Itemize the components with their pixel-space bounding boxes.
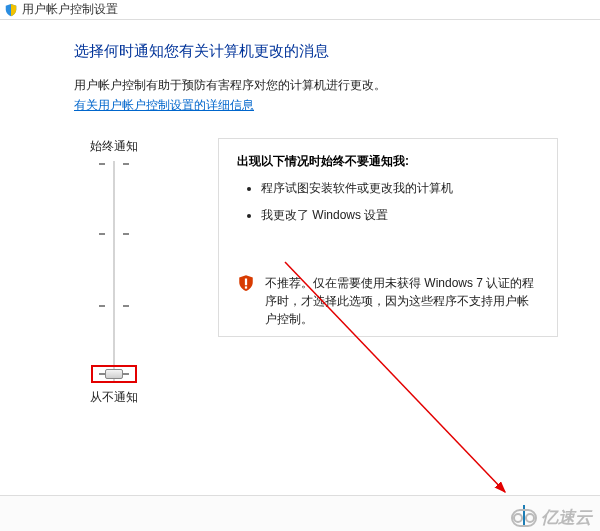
title-bar: 用户帐户控制设置 [0, 0, 600, 20]
list-item: 程序试图安装软件或更改我的计算机 [261, 180, 539, 197]
page-description: 用户帐户控制有助于预防有害程序对您的计算机进行更改。 [74, 77, 600, 94]
help-link[interactable]: 有关用户帐户控制设置的详细信息 [74, 98, 254, 112]
watermark: 亿速云 [511, 506, 592, 529]
info-title: 出现以下情况时始终不要通知我: [237, 153, 539, 170]
info-list: 程序试图安装软件或更改我的计算机 我更改了 Windows 设置 [245, 180, 539, 224]
watermark-text: 亿速云 [541, 506, 592, 529]
slider-label-always: 始终通知 [74, 138, 154, 155]
shield-icon [4, 3, 18, 17]
list-item: 我更改了 Windows 设置 [261, 207, 539, 224]
shield-warning-icon [237, 274, 255, 292]
uac-slider[interactable] [109, 161, 119, 381]
svg-rect-0 [245, 279, 247, 286]
footer-bar [0, 495, 600, 531]
slider-label-never: 从不通知 [74, 389, 154, 406]
window-title: 用户帐户控制设置 [22, 1, 118, 18]
warning-text: 不推荐。仅在需要使用未获得 Windows 7 认证的程序时，才选择此选项，因为… [265, 274, 535, 328]
page-title: 选择何时通知您有关计算机更改的消息 [74, 42, 600, 61]
svg-rect-1 [245, 286, 247, 288]
content-area: 选择何时通知您有关计算机更改的消息 用户帐户控制有助于预防有害程序对您的计算机进… [0, 20, 600, 495]
annotation-highlight [91, 365, 137, 383]
watermark-icon [511, 509, 537, 527]
info-panel: 出现以下情况时始终不要通知我: 程序试图安装软件或更改我的计算机 我更改了 Wi… [218, 138, 558, 337]
